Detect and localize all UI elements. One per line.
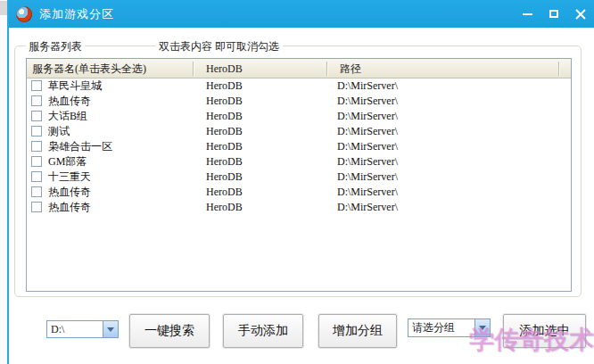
row-path: D:\MirServer\ [337,124,398,139]
row-checkbox[interactable] [31,156,42,167]
row-path: D:\MirServer\ [337,154,398,170]
add-selected-button[interactable]: 添加选中 [503,314,586,348]
table-body: 草民斗皇城 HeroDB D:\MirServer\ 热血传奇 HeroDB D… [27,79,571,215]
one-key-search-button[interactable]: 一键搜索 [129,314,210,348]
column-divider [193,62,194,76]
add-group-button[interactable]: 增加分组 [318,314,397,348]
window-controls [514,0,594,28]
table-row[interactable]: 枭雄合击一区 HeroDB D:\MirServer\ [27,139,571,154]
row-server-name: 测试 [48,124,70,139]
add-game-partition-dialog: 添加游戏分区 服务器列表 双击表内容 即可取消勾选 服务器名(单击表头全选) H… [7,0,594,364]
row-checkbox[interactable] [31,202,42,212]
minimize-icon [523,13,532,15]
row-herodb: HeroDB [206,94,243,109]
column-header-path[interactable]: 路径 [340,59,361,79]
table-row[interactable]: 热血传奇 HeroDB D:\MirServer\ [27,94,571,109]
row-server-name: 枭雄合击一区 [48,139,112,154]
row-checkbox[interactable] [31,95,42,106]
maximize-button[interactable] [540,0,567,28]
row-path: D:\MirServer\ [337,79,398,94]
row-server-name: 草民斗皇城 [48,79,102,94]
drive-select-value: D:\ [47,323,103,336]
background-window-sliver [0,0,7,364]
drive-select[interactable]: D:\ [46,320,119,338]
row-server-name: 十三重天 [48,170,91,185]
window-title: 添加游戏分区 [39,6,114,22]
row-checkbox[interactable] [31,126,42,136]
table-row[interactable]: GM部落 HeroDB D:\MirServer\ [27,154,571,170]
row-herodb: HeroDB [206,124,243,139]
manual-add-button[interactable]: 手动添加 [223,314,303,348]
row-checkbox[interactable] [31,141,42,152]
row-path: D:\MirServer\ [337,170,398,185]
row-herodb: HeroDB [206,154,243,170]
server-table: 服务器名(单击表头全选) HeroDB 路径 草民斗皇城 HeroDB D:\M… [26,58,572,292]
row-herodb: HeroDB [206,79,243,94]
table-row[interactable]: 十三重天 HeroDB D:\MirServer\ [27,170,571,185]
screen: 添加游戏分区 服务器列表 双击表内容 即可取消勾选 服务器名(单击表头全选) H… [0,0,594,364]
row-server-name: GM部落 [48,154,87,170]
row-checkbox[interactable] [31,80,42,91]
row-herodb: HeroDB [206,200,243,215]
table-row[interactable]: 测试 HeroDB D:\MirServer\ [27,124,571,139]
row-server-name: 热血传奇 [48,200,91,215]
row-herodb: HeroDB [206,170,243,185]
row-path: D:\MirServer\ [337,185,398,200]
group-select-value: 请选分组 [408,320,474,335]
chevron-down-icon[interactable] [474,319,490,336]
row-herodb: HeroDB [206,139,243,154]
column-header-db[interactable]: HeroDB [206,59,243,79]
column-divider [558,62,559,76]
column-header-name[interactable]: 服务器名(单击表头全选) [32,59,146,79]
table-row[interactable]: 热血传奇 HeroDB D:\MirServer\ [27,200,571,215]
row-herodb: HeroDB [206,109,243,124]
maximize-icon [549,10,558,18]
groupbox-hint: 双击表内容 即可取消勾选 [155,39,283,54]
table-row[interactable]: 草民斗皇城 HeroDB D:\MirServer\ [27,79,571,94]
background-window-fragment [0,1,7,15]
row-herodb: HeroDB [206,185,243,200]
close-button[interactable] [567,0,594,28]
row-checkbox[interactable] [31,171,42,182]
row-server-name: 大话B组 [48,109,87,124]
row-path: D:\MirServer\ [337,94,398,109]
minimize-button[interactable] [514,0,540,28]
table-header[interactable]: 服务器名(单击表头全选) HeroDB 路径 [27,59,571,79]
row-server-name: 热血传奇 [48,185,91,200]
column-divider [326,62,327,76]
row-path: D:\MirServer\ [337,109,398,124]
row-server-name: 热血传奇 [48,94,91,109]
row-path: D:\MirServer\ [337,200,398,215]
group-select[interactable]: 请选分组 [408,318,491,337]
row-checkbox[interactable] [31,186,42,197]
groupbox-label: 服务器列表 [26,39,85,54]
table-row[interactable]: 热血传奇 HeroDB D:\MirServer\ [27,185,571,200]
chevron-down-icon[interactable] [103,321,118,337]
row-checkbox[interactable] [31,111,42,121]
table-row[interactable]: 大话B组 HeroDB D:\MirServer\ [27,109,571,124]
row-path: D:\MirServer\ [337,139,398,154]
close-icon [575,9,586,20]
titlebar: 添加游戏分区 [9,0,594,28]
app-icon [16,6,32,22]
